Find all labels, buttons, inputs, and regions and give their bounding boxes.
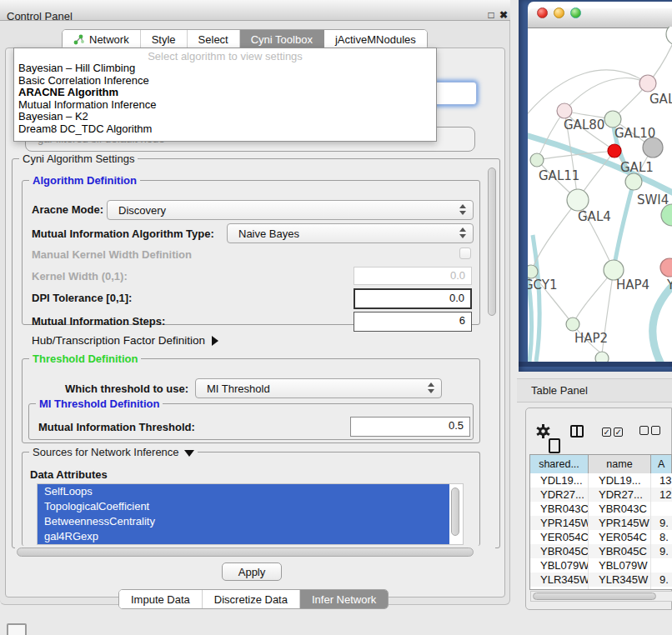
network-window-titlebar[interactable]	[528, 8, 672, 28]
column-header-name[interactable]: name	[589, 455, 651, 473]
node-label: GAL	[649, 92, 672, 107]
kernel-width-label: Kernel Width (0,1):	[32, 270, 128, 282]
algorithm-option[interactable]: Bayesian – Hill Climbing	[14, 62, 436, 75]
document-icon[interactable]	[549, 438, 560, 453]
column-header-partial[interactable]: A	[651, 455, 672, 473]
threshold-definition-title: Threshold Definition	[29, 352, 141, 365]
mi-type-label: Mutual Information Algorithm Type:	[32, 228, 214, 240]
which-threshold-label: Which threshold to use:	[65, 382, 188, 395]
kernel-width-field[interactable]: 0.0	[354, 267, 472, 285]
column-header-shared-name[interactable]: shared...	[530, 455, 589, 473]
table-row[interactable]: YDR27... YDR27... 12	[530, 488, 672, 502]
node-label: GAL80	[564, 118, 604, 132]
hub-definition-toggle[interactable]: Hub/Transcription Factor Definition	[32, 334, 218, 347]
close-icon[interactable]: ✖	[497, 9, 510, 22]
attribute-item[interactable]: gal4RGexp	[38, 529, 449, 544]
tab-cyni-toolbox[interactable]: Cyni Toolbox	[240, 30, 324, 49]
restore-icon[interactable]: □	[484, 9, 498, 22]
mi-threshold-label: Mutual Information Threshold:	[38, 421, 195, 433]
network-frame-shadow	[519, 362, 672, 367]
algorithm-option[interactable]: Mutual Information Inference	[14, 99, 436, 112]
table-body: YDL19... YDL19... 13 YDR27... YDR27... 1…	[530, 473, 672, 589]
tab-select[interactable]: Select	[188, 30, 240, 49]
table-row[interactable]: YDL19... YDL19... 13	[530, 473, 672, 488]
sources-title[interactable]: Sources for Network Inference	[29, 446, 198, 458]
mi-threshold-field[interactable]: 0.5	[350, 417, 470, 437]
dpi-tolerance-label: DPI Tolerance [0,1]:	[32, 292, 132, 304]
table-row[interactable]: YIL052C YIL052C 9.	[530, 587, 672, 589]
close-traffic-light[interactable]	[537, 8, 548, 18]
node-red-selected[interactable]	[608, 144, 621, 158]
node-gal11[interactable]	[530, 153, 544, 167]
zoom-traffic-light[interactable]	[570, 8, 581, 18]
table-row[interactable]: YBR045C YBR045C 9.	[530, 544, 672, 558]
attribute-item[interactable]: BetweennessCentrality	[38, 514, 449, 529]
control-panel-titlebar[interactable]	[0, 0, 510, 21]
tab-jactivemnodules[interactable]: jActiveMNodules	[324, 30, 427, 49]
node-gal1[interactable]	[625, 173, 642, 190]
node-unnamed-top[interactable]	[666, 27, 672, 45]
algorithm-definition-title: Algorithm Definition	[29, 174, 140, 187]
combo-stepper-icon	[459, 228, 467, 238]
node-label: GAL10	[614, 126, 655, 141]
deselect-all-icon[interactable]	[639, 425, 663, 438]
settings-scrollbar-thumb[interactable]	[488, 168, 496, 316]
panel-hscrollbar-thumb[interactable]	[17, 548, 474, 557]
aracne-mode-label: Aracne Mode:	[32, 203, 103, 216]
algorithm-option[interactable]: Dream8 DC_TDC Algorithm	[14, 123, 436, 136]
algorithm-option[interactable]: Bayesian – K2	[14, 111, 436, 123]
minimize-traffic-light[interactable]	[554, 8, 564, 18]
mi-threshold-title: MI Threshold Definition	[36, 398, 163, 410]
mi-type-combobox[interactable]: Naive Bayes	[227, 223, 474, 243]
node-label: GAL1	[620, 160, 654, 175]
table-row[interactable]: YLR345W YLR345W 9.	[530, 572, 672, 587]
node-y-partial[interactable]	[660, 258, 672, 277]
attribute-item[interactable]: SelfLoops	[38, 484, 449, 499]
network-icon	[73, 34, 84, 45]
node-label: HAP4	[616, 278, 649, 292]
node-unnamed-bottom[interactable]	[595, 352, 609, 362]
table-row[interactable]: YBR043C YBR043C	[530, 502, 672, 516]
table-row[interactable]: YER054C YER054C 8.	[530, 530, 672, 544]
tab-style[interactable]: Style	[141, 30, 188, 49]
table-hscrollbar-thumb[interactable]	[533, 592, 656, 600]
dpi-tolerance-field[interactable]: 0.0	[354, 288, 472, 309]
tab-infer-network[interactable]: Infer Network	[300, 590, 388, 608]
mi-steps-field[interactable]: 6	[354, 312, 472, 332]
tab-discretize-data[interactable]: Discretize Data	[203, 590, 300, 608]
combo-stepper-icon	[459, 204, 467, 215]
table-row[interactable]: YBL079W YBL079W	[530, 558, 672, 572]
apply-button[interactable]: Apply	[222, 562, 282, 581]
algorithm-option-aracne[interactable]: ARACNE Algorithm	[14, 87, 436, 99]
node-gal10[interactable]	[604, 111, 621, 128]
tab-network[interactable]: Network	[63, 30, 141, 49]
data-attributes-label: Data Attributes	[30, 468, 108, 481]
collapse-down-icon	[184, 450, 194, 457]
node-gal-partial[interactable]	[639, 75, 656, 92]
column-view-icon[interactable]	[570, 425, 584, 438]
node-gal4[interactable]	[567, 189, 589, 211]
node-label: GAL4	[578, 209, 611, 224]
cyni-bottom-tabs: Impute Data Discretize Data Infer Networ…	[118, 589, 389, 609]
data-attributes-list: SelfLoops TopologicalCoefficient Between…	[37, 483, 464, 545]
aracne-mode-combobox[interactable]: Discovery	[107, 200, 474, 220]
combo-stepper-icon	[428, 382, 435, 393]
attributes-scrollbar-thumb[interactable]	[451, 488, 459, 536]
gear-icon[interactable]	[536, 424, 550, 438]
select-all-icon[interactable]: ✓✓	[602, 425, 625, 438]
dock-window-icon[interactable]	[7, 623, 27, 635]
algorithm-option[interactable]: Basic Correlation Inference	[14, 75, 436, 88]
manual-kernel-checkbox[interactable]	[459, 248, 471, 259]
node-gcy1[interactable]	[528, 265, 538, 278]
network-node-labels: GAL GAL80 GAL10 GAL11 GAL1 SWI4 GAL4 GCY…	[528, 92, 672, 346]
control-panel-title: Control Panel	[7, 10, 73, 22]
table-row[interactable]: YPR145W YPR145W 9.	[530, 516, 672, 530]
node-gal80[interactable]	[557, 103, 572, 118]
attribute-item[interactable]: TopologicalCoefficient	[38, 499, 449, 514]
which-threshold-combobox[interactable]: MI Threshold	[195, 378, 442, 398]
algorithm-dropdown-popup: Select algorithm to view settings Bayesi…	[13, 48, 437, 142]
table-panel-title: Table Panel	[531, 384, 588, 397]
node-hap2[interactable]	[566, 318, 579, 331]
network-canvas[interactable]: GAL GAL80 GAL10 GAL11 GAL1 SWI4 GAL4 GCY…	[528, 27, 672, 362]
tab-impute-data[interactable]: Impute Data	[119, 590, 203, 608]
